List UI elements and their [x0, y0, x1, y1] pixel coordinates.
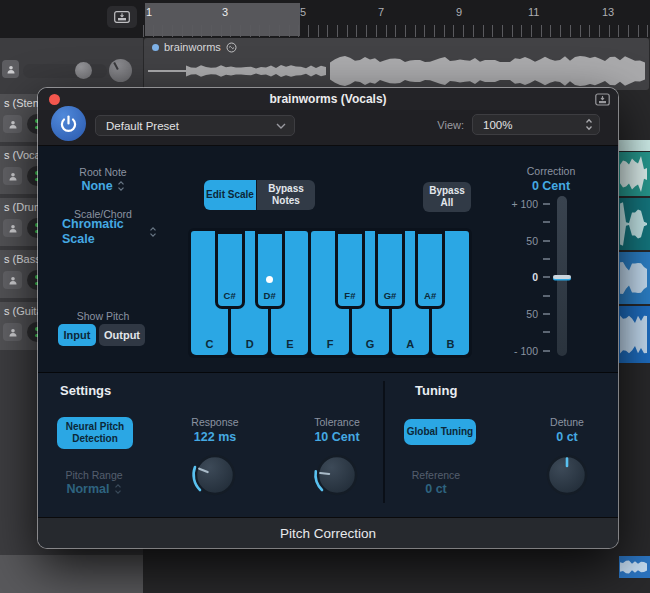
correction-tick: - 100 [490, 345, 552, 357]
person-icon [8, 120, 18, 129]
key-A-sharp[interactable]: A# [415, 231, 445, 309]
ruler-bar-number[interactable]: 7 [378, 6, 384, 18]
ruler-bar-number[interactable]: 1 [146, 6, 152, 18]
person-icon [8, 172, 18, 181]
stepper-icon [114, 483, 122, 495]
daw-top-bar: 1 3 5 7 9 11 13 [0, 0, 650, 38]
audio-region-brainworms[interactable]: brainworms [144, 38, 649, 90]
edit-scale-button[interactable]: Edit Scale [204, 180, 256, 210]
ruler-bar-number[interactable]: 13 [602, 6, 614, 18]
ruler-bar-number[interactable]: 3 [222, 6, 228, 18]
stepper-icon [585, 118, 593, 131]
correction-tick: 50 [490, 308, 552, 320]
settings-heading: Settings [60, 383, 111, 398]
volume-slider-handle[interactable] [75, 62, 92, 79]
pitch-range-label: Pitch Range [44, 469, 144, 481]
preset-dropdown[interactable]: Default Preset [95, 115, 295, 136]
volume-slider[interactable] [23, 64, 107, 78]
correction-label: Correction [501, 165, 601, 177]
correction-tick: 0 [490, 271, 552, 283]
ruler-bar-number[interactable]: 11 [528, 6, 539, 18]
bypass-notes-button[interactable]: Bypass Notes [257, 180, 315, 210]
neural-pitch-detection-button[interactable]: Neural Pitch Detection [57, 417, 133, 449]
scale-mode-segment: Edit Scale Bypass Notes [204, 180, 315, 210]
pitch-range-value: Normal [66, 482, 109, 496]
track-icon-button[interactable] [3, 167, 22, 185]
response-value: 122 ms [165, 430, 265, 444]
key-G-sharp[interactable]: G# [375, 231, 405, 309]
region-dot-icon [152, 44, 159, 51]
person-icon [8, 328, 18, 337]
plugin-titlebar[interactable]: brainworms (Vocals) [38, 88, 618, 110]
track-icon-button[interactable] [2, 60, 19, 78]
key-D-sharp[interactable]: D# [255, 231, 285, 309]
track-icon-button[interactable] [3, 271, 22, 289]
ruler-ticks [143, 25, 650, 37]
view-value: 100% [483, 119, 512, 131]
correction-tick: + 100 [490, 198, 552, 210]
tray-arrow-icon [114, 11, 130, 23]
region-header-strip[interactable] [619, 140, 650, 151]
region-label: brainworms [144, 40, 237, 54]
waveform [144, 54, 649, 88]
pitch-correction-plugin-window: brainworms (Vocals) Default Preset View [38, 88, 618, 548]
root-note-selector[interactable]: None [53, 179, 153, 193]
show-pitch-input-button[interactable]: Input [58, 324, 96, 346]
link-icon [595, 93, 610, 106]
key-F-sharp[interactable]: F# [335, 231, 365, 309]
screen: 1 3 5 7 9 11 13 brainworms [0, 0, 650, 593]
correction-meter-handle[interactable] [553, 275, 571, 279]
view-label: View: [416, 119, 464, 131]
pan-knob-indicator [113, 62, 119, 70]
detune-label: Detune [517, 416, 617, 428]
preset-value: Default Preset [106, 120, 179, 132]
pitch-range-selector[interactable]: Normal [44, 482, 144, 496]
response-label: Response [165, 416, 265, 428]
scale-keyboard: C D E F G A B C# D# F# G# A# [188, 228, 472, 358]
track-icon-button[interactable] [3, 115, 22, 133]
bypass-all-button[interactable]: Bypass All [423, 182, 471, 212]
bass-region[interactable] [619, 252, 650, 304]
ruler-bar-number[interactable]: 5 [300, 6, 306, 18]
knob-graphic [187, 446, 243, 502]
stepper-icon [149, 226, 157, 238]
view-zoom-stepper[interactable]: 100% [472, 114, 600, 135]
plugin-footer: Pitch Correction [38, 517, 618, 548]
global-tuning-button[interactable]: Global Tuning [404, 419, 476, 445]
detune-value: 0 ct [517, 430, 617, 444]
region-fragment[interactable] [619, 556, 650, 578]
hide-tracks-button[interactable] [107, 6, 137, 28]
power-icon [59, 114, 78, 133]
tuning-heading: Tuning [415, 383, 457, 398]
person-icon [6, 65, 16, 74]
track-icon-button[interactable] [3, 219, 22, 237]
key-C-sharp[interactable]: C# [215, 231, 245, 309]
person-icon [8, 224, 18, 233]
window-title: brainworms (Vocals) [38, 92, 618, 106]
settings-panel: Settings Neural Pitch Detection Pitch Ra… [38, 372, 618, 517]
pan-knob[interactable] [109, 59, 132, 82]
tolerance-knob[interactable] [309, 446, 365, 502]
correction-tick [490, 253, 552, 265]
ruler-bar-number[interactable]: 9 [456, 6, 462, 18]
scale-chord-selector[interactable]: Chromatic Scale [62, 217, 164, 247]
correction-tick [490, 326, 552, 338]
vocals-region[interactable] [619, 152, 650, 196]
link-button[interactable] [594, 92, 611, 107]
correction-value: 0 Cent [501, 179, 601, 193]
current-pitch-dot [266, 276, 273, 283]
stepper-icon [117, 180, 125, 192]
region-name: brainworms [164, 41, 221, 53]
show-pitch-label: Show Pitch [53, 310, 153, 322]
track-icon-button[interactable] [3, 323, 22, 341]
power-button[interactable] [51, 106, 86, 141]
detune-knob[interactable] [539, 446, 595, 502]
correction-tick [490, 216, 552, 228]
show-pitch-output-button[interactable]: Output [99, 324, 145, 346]
guitar-region[interactable] [619, 306, 650, 363]
root-note-label: Root Note [53, 166, 153, 178]
drums-region[interactable] [619, 198, 650, 250]
region-badge-icon [226, 42, 237, 53]
tolerance-value: 10 Cent [287, 430, 387, 444]
response-knob[interactable] [187, 446, 243, 502]
